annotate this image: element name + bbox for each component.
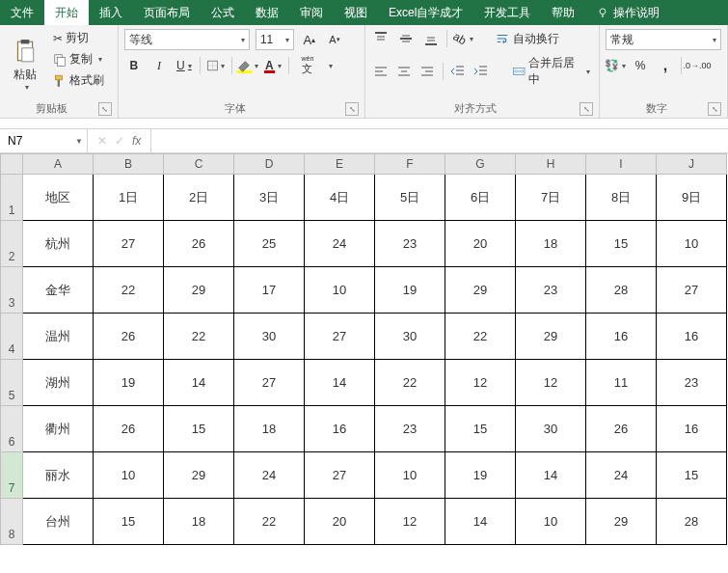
- align-middle-button[interactable]: [396, 29, 416, 48]
- cell[interactable]: 22: [375, 360, 445, 406]
- decrease-indent-button[interactable]: [449, 62, 467, 81]
- row-header[interactable]: 7: [1, 452, 23, 499]
- cell[interactable]: 1日: [94, 175, 164, 221]
- cell[interactable]: 15: [657, 452, 727, 499]
- tab-layout[interactable]: 页面布局: [133, 0, 201, 25]
- cell[interactable]: 10: [516, 499, 586, 545]
- number-format-select[interactable]: 常规 ▾: [606, 29, 721, 50]
- cell[interactable]: 27: [234, 360, 305, 406]
- cell[interactable]: 17: [234, 267, 305, 314]
- cell[interactable]: 16: [586, 314, 657, 360]
- comma-button[interactable]: ,: [656, 56, 675, 75]
- align-center-button[interactable]: [395, 62, 413, 81]
- cell[interactable]: 14: [445, 499, 516, 545]
- row-header[interactable]: 3: [1, 267, 23, 314]
- cell[interactable]: 10: [657, 221, 727, 267]
- increase-font-button[interactable]: A▴: [300, 30, 319, 49]
- cell[interactable]: 29: [445, 267, 516, 314]
- cell[interactable]: 3日: [234, 175, 305, 221]
- cell[interactable]: 6日: [445, 175, 516, 221]
- cell[interactable]: 温州: [23, 314, 94, 360]
- cell[interactable]: 26: [586, 406, 657, 452]
- fx-button[interactable]: fx: [132, 134, 141, 148]
- cell[interactable]: 15: [164, 406, 234, 452]
- cell[interactable]: 12: [445, 360, 516, 406]
- paste-button[interactable]: 粘贴 ▾: [6, 29, 44, 100]
- cell[interactable]: 台州: [23, 499, 94, 545]
- borders-button[interactable]: ▾: [206, 56, 226, 75]
- decrease-font-button[interactable]: A▾: [325, 30, 344, 49]
- cell[interactable]: 29: [164, 452, 234, 499]
- cell[interactable]: 湖州: [23, 360, 94, 406]
- cell[interactable]: 22: [94, 267, 164, 314]
- cell[interactable]: 15: [94, 499, 164, 545]
- tab-formulas[interactable]: 公式: [201, 0, 245, 25]
- cell[interactable]: 23: [516, 267, 586, 314]
- cell[interactable]: 23: [375, 406, 445, 452]
- cell[interactable]: 11: [586, 360, 657, 406]
- tell-me[interactable]: 操作说明: [585, 0, 670, 25]
- cell[interactable]: 25: [234, 221, 305, 267]
- cell[interactable]: 24: [586, 452, 657, 499]
- cell[interactable]: 16: [305, 406, 375, 452]
- orientation-button[interactable]: ab▾: [453, 29, 472, 48]
- cell[interactable]: 19: [445, 452, 516, 499]
- bold-button[interactable]: B: [124, 56, 144, 75]
- cell[interactable]: 19: [375, 267, 445, 314]
- cell[interactable]: 12: [516, 360, 586, 406]
- row-header[interactable]: 2: [1, 221, 23, 267]
- tab-insert[interactable]: 插入: [89, 0, 133, 25]
- cell[interactable]: 金华: [23, 267, 94, 314]
- cell[interactable]: 10: [94, 452, 164, 499]
- cell[interactable]: 7日: [516, 175, 586, 221]
- cell[interactable]: 29: [164, 267, 234, 314]
- cell[interactable]: 2日: [164, 175, 234, 221]
- cell[interactable]: 26: [164, 221, 234, 267]
- increase-decimal-button[interactable]: .0→.00: [688, 56, 707, 75]
- font-size-select[interactable]: 11 ▾: [256, 29, 294, 50]
- cell[interactable]: 衢州: [23, 406, 94, 452]
- italic-button[interactable]: I: [149, 56, 169, 75]
- align-top-button[interactable]: [371, 29, 391, 48]
- format-painter-button[interactable]: 格式刷: [50, 71, 107, 90]
- tab-help[interactable]: 帮助: [541, 0, 585, 25]
- cell[interactable]: 19: [94, 360, 164, 406]
- col-header[interactable]: A: [23, 154, 94, 175]
- cell[interactable]: 15: [445, 406, 516, 452]
- underline-button[interactable]: U▾: [175, 56, 194, 75]
- cell[interactable]: 30: [516, 406, 586, 452]
- align-right-button[interactable]: [418, 62, 436, 81]
- merge-center-button[interactable]: 合并后居中 ▾: [509, 54, 593, 89]
- cell[interactable]: 10: [305, 267, 375, 314]
- cell[interactable]: 24: [305, 221, 375, 267]
- cell[interactable]: 丽水: [23, 452, 94, 499]
- cell[interactable]: 18: [234, 406, 305, 452]
- cell[interactable]: 22: [445, 314, 516, 360]
- name-box[interactable]: ▼: [0, 129, 88, 152]
- col-header[interactable]: E: [305, 154, 375, 175]
- cell[interactable]: 18: [164, 499, 234, 545]
- cell[interactable]: 24: [234, 452, 305, 499]
- col-header[interactable]: G: [445, 154, 516, 175]
- number-launcher[interactable]: ⤡: [708, 102, 721, 116]
- cell[interactable]: 29: [586, 499, 657, 545]
- col-header[interactable]: C: [164, 154, 234, 175]
- fill-color-button[interactable]: ▾: [238, 56, 257, 75]
- cell[interactable]: 10: [375, 452, 445, 499]
- col-header[interactable]: F: [375, 154, 445, 175]
- cell[interactable]: 16: [657, 314, 727, 360]
- font-color-button[interactable]: A ▾: [263, 56, 283, 75]
- tab-file[interactable]: 文件: [0, 0, 44, 25]
- cell[interactable]: 23: [657, 360, 727, 406]
- row-header[interactable]: 1: [1, 175, 23, 221]
- alignment-launcher[interactable]: ⤡: [580, 102, 593, 116]
- confirm-formula-button[interactable]: ✓: [115, 134, 124, 148]
- cell[interactable]: 26: [94, 406, 164, 452]
- col-header[interactable]: H: [516, 154, 586, 175]
- cell[interactable]: 14: [516, 452, 586, 499]
- cell[interactable]: 23: [375, 221, 445, 267]
- cell[interactable]: 20: [305, 499, 375, 545]
- row-header[interactable]: 5: [1, 360, 23, 406]
- phonetic-button[interactable]: wén 文: [295, 56, 320, 75]
- select-all-corner[interactable]: [1, 154, 23, 175]
